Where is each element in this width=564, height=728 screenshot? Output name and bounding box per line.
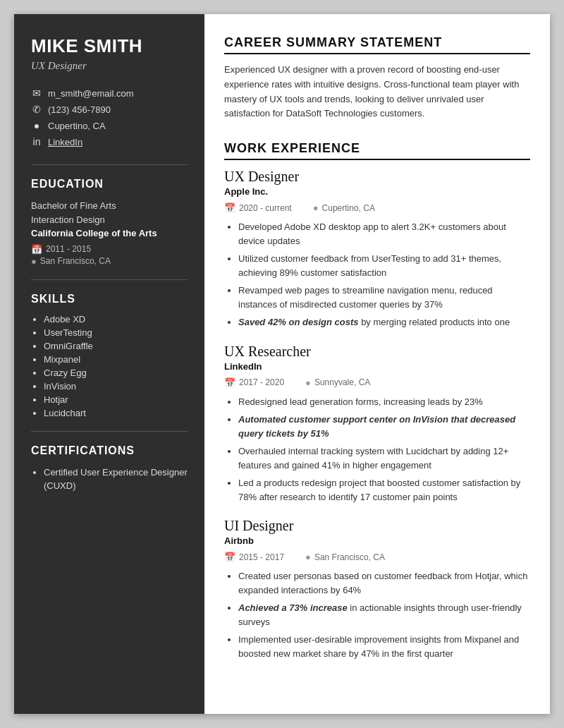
education-section-title: EDUCATION (31, 178, 188, 190)
cal-icon-1: 📅 (224, 202, 235, 213)
bold-italic-3: Achieved a 73% increase (238, 602, 348, 613)
linkedin-item[interactable]: in LinkedIn (31, 136, 188, 147)
skill-item: Lucidchart (44, 408, 188, 418)
edu-years: 📅 2011 - 2015 (31, 244, 188, 255)
job-bullets-2: Redesigned lead generation forms, increa… (224, 395, 530, 504)
location-icon: ● (31, 120, 42, 131)
bullet-1-4: Saved 42% on design costs by merging rel… (238, 315, 530, 329)
job-loc-1: ● Cupertino, CA (313, 202, 375, 213)
job-company-2: LinkedIn (224, 361, 530, 372)
job-loc-2: ● Sunnyvale, CA (305, 377, 370, 388)
job-years-2: 📅 2017 - 2020 (224, 377, 284, 388)
email-icon: ✉ (31, 87, 42, 99)
career-summary-text: Experienced UX designer with a proven re… (224, 63, 530, 121)
skill-item: Adobe XD (44, 314, 188, 324)
bullet-2-3: Overhauled internal tracking system with… (238, 444, 530, 472)
edu-location-icon: ● (31, 256, 37, 267)
phone-icon: ✆ (31, 104, 42, 115)
bullet-2-2: Automated customer support center on InV… (238, 413, 530, 440)
job-meta-1: 📅 2020 - current ● Cupertino, CA (224, 202, 530, 213)
loc-icon-2: ● (305, 377, 311, 388)
job-title-3: UI Designer (224, 518, 530, 534)
certs-section-title: CERTIFICATIONS (31, 444, 188, 457)
job-years-1: 📅 2020 - current (224, 202, 292, 213)
cert-list: Certified User Experience Designer (CUXD… (31, 466, 188, 493)
bullet-2-1: Redesigned lead generation forms, increa… (238, 395, 530, 409)
edu-school: California College of the Arts (31, 226, 188, 241)
job-loc-3: ● San Francisco, CA (305, 552, 385, 562)
edu-major: Interaction Design (31, 213, 188, 227)
resume-container: MIKE SMITH UX Designer ✉ m_smith@email.c… (14, 14, 550, 714)
cal-icon-3: 📅 (224, 552, 235, 562)
bullet-2-4: Led a products redesign project that boo… (238, 476, 530, 504)
career-summary-title: CAREER SUMMARY STATEMENT (224, 35, 530, 54)
divider-3 (31, 431, 188, 432)
work-experience-title: WORK EXPERIENCE (224, 141, 530, 160)
divider-1 (31, 164, 188, 165)
candidate-name: MIKE SMITH (31, 35, 188, 57)
edu-degree: Bachelor of Fine Arts (31, 199, 188, 213)
main-content: CAREER SUMMARY STATEMENT Experienced UX … (204, 14, 550, 714)
skills-list: Adobe XD UserTesting OmniGraffle Mixpane… (31, 314, 188, 418)
job-company-1: Apple Inc. (224, 186, 530, 197)
bullet-3-2: Achieved a 73% increase in actionable in… (238, 601, 530, 629)
loc-icon-1: ● (313, 202, 319, 213)
job-company-3: Airbnb (224, 535, 530, 546)
skills-section-title: SKILLS (31, 293, 188, 305)
linkedin-icon: in (31, 136, 42, 147)
location-value: Cupertino, CA (48, 121, 106, 131)
skill-item: OmniGraffle (44, 341, 188, 351)
job-meta-2: 📅 2017 - 2020 ● Sunnyvale, CA (224, 377, 530, 388)
email-item: ✉ m_smith@email.com (31, 87, 188, 99)
loc-icon-3: ● (305, 552, 311, 562)
sidebar: MIKE SMITH UX Designer ✉ m_smith@email.c… (14, 14, 204, 714)
cert-item: Certified User Experience Designer (CUXD… (44, 466, 188, 493)
location-item: ● Cupertino, CA (31, 120, 188, 131)
divider-2 (31, 279, 188, 280)
bold-italic-2: Automated customer support center on InV… (238, 414, 515, 439)
bullet-3-3: Implemented user-desirable improvement i… (238, 633, 530, 660)
edu-location: ● San Francisco, CA (31, 256, 188, 267)
job-bullets-1: Developed Adobe XD desktop app to alert … (224, 220, 530, 329)
skill-item: Crazy Egg (44, 368, 188, 378)
candidate-title: UX Designer (31, 60, 188, 72)
bullet-1-3: Revamped web pages to streamline navigat… (238, 284, 530, 311)
job-meta-3: 📅 2015 - 2017 ● San Francisco, CA (224, 552, 530, 562)
job-title-1: UX Designer (224, 169, 530, 185)
phone-item: ✆ (123) 456-7890 (31, 104, 188, 115)
contact-section: ✉ m_smith@email.com ✆ (123) 456-7890 ● C… (31, 87, 188, 147)
job-bullets-3: Created user personas based on customer … (224, 569, 530, 660)
bullet-1-1: Developed Adobe XD desktop app to alert … (238, 220, 530, 248)
skill-item: Mixpanel (44, 354, 188, 365)
skill-item: Hotjar (44, 394, 188, 405)
cal-icon-2: 📅 (224, 377, 235, 388)
job-years-3: 📅 2015 - 2017 (224, 552, 284, 562)
skill-item: UserTesting (44, 327, 188, 338)
phone-value: (123) 456-7890 (48, 104, 111, 115)
email-value: m_smith@email.com (48, 88, 134, 99)
linkedin-link[interactable]: LinkedIn (48, 137, 82, 147)
bold-italic-1: Saved 42% on design costs (238, 317, 359, 327)
bullet-3-1: Created user personas based on customer … (238, 569, 530, 597)
calendar-icon: 📅 (31, 244, 42, 255)
job-title-2: UX Researcher (224, 344, 530, 360)
bullet-1-2: Utilized customer feedback from UserTest… (238, 252, 530, 279)
skill-item: InVision (44, 381, 188, 392)
